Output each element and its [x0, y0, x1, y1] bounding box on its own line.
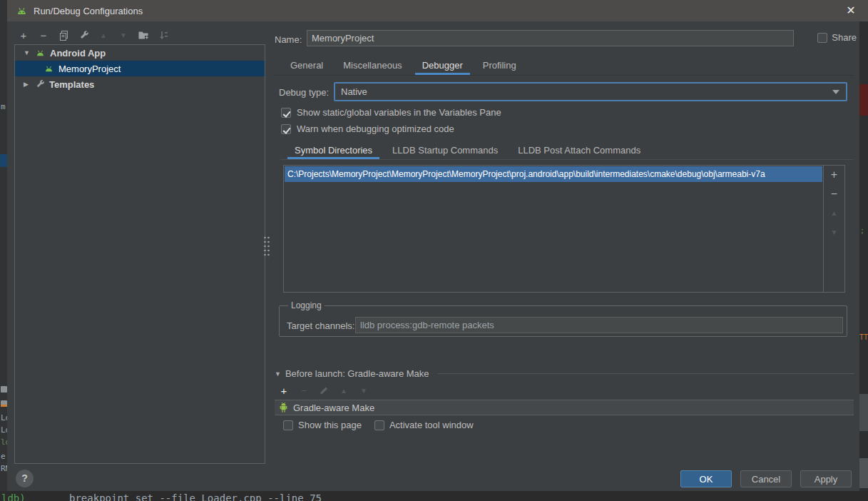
background-text-fragment: ld [1, 437, 7, 447]
tree-item-android-app[interactable]: ▼ Android App [15, 45, 265, 61]
subtab-lldb-post-attach-commands[interactable]: LLDB Post Attach Commands [511, 143, 648, 159]
gradle-aware-make-item[interactable]: Gradle-aware Make [275, 400, 854, 415]
help-button[interactable]: ? [16, 470, 34, 487]
move-task-up-icon[interactable]: ▲ [337, 384, 350, 397]
share-checkbox[interactable] [817, 33, 827, 43]
background-right-strip: ; TT [859, 21, 868, 491]
background-text-fragment: m [1, 102, 6, 111]
config-tabs: General Miscellaneous Debugger Profiling [275, 57, 854, 76]
symbol-directories-list: C:\Projects\MemoryProject\MemoryProject\… [283, 165, 845, 293]
wrench-icon [35, 79, 45, 89]
move-down-icon[interactable]: ▼ [117, 29, 130, 41]
tree-item-label: Templates [49, 79, 94, 90]
show-this-page-label: Show this page [298, 420, 362, 430]
subtab-lldb-startup-commands[interactable]: LLDB Startup Commands [385, 143, 505, 159]
background-red-fragment [859, 84, 868, 116]
background-text-fragment: e a [1, 452, 7, 461]
splitter-handle[interactable] [263, 236, 270, 258]
move-down-icon[interactable]: ▼ [828, 226, 841, 239]
background-text-fragment: TT [859, 333, 868, 341]
debugger-subtabs: Symbol Directories LLDB Startup Commands… [280, 143, 854, 160]
before-launch-title: Before launch: Gradle-aware Make [285, 368, 429, 379]
android-icon [35, 49, 46, 57]
create-folder-icon[interactable] [137, 29, 150, 41]
tab-debugger[interactable]: Debugger [415, 57, 470, 75]
configurations-toolbar: + − ▲ ▼ [14, 27, 170, 43]
list-side-buttons: + − ▲ ▼ [823, 166, 844, 292]
move-up-icon[interactable]: ▲ [97, 29, 110, 41]
before-launch-toolbar: + − ▲ ▼ [277, 384, 370, 397]
background-text-fragment: Lo [1, 413, 7, 422]
debug-type-select[interactable]: Native [334, 82, 847, 101]
divider [438, 373, 854, 374]
background-gray-fragment [859, 458, 868, 488]
dialog-titlebar: Run/Debug Configurations ✕ [7, 0, 868, 21]
show-static-variables-checkbox[interactable] [281, 108, 291, 118]
copy-configuration-icon[interactable] [57, 29, 70, 41]
tab-general[interactable]: General [283, 57, 330, 75]
background-text-fragment: RN [1, 464, 7, 473]
target-channels-input[interactable] [355, 317, 843, 333]
target-channels-label: Target channels: [287, 320, 354, 331]
background-left-strip: m Lo Lo ld e a RN [0, 0, 7, 491]
tree-item-templates[interactable]: ▶ Templates [15, 76, 265, 92]
background-green-fragment: ; [860, 227, 864, 235]
show-this-page-row[interactable]: Show this page [283, 420, 362, 430]
close-icon[interactable]: ✕ [844, 4, 858, 18]
warn-optimized-code-row[interactable]: Warn when debugging optimized code [281, 123, 454, 134]
show-this-page-checkbox[interactable] [283, 420, 293, 430]
apply-button[interactable]: Apply [800, 470, 852, 487]
background-gray-fragment [859, 394, 868, 431]
tab-miscellaneous[interactable]: Miscellaneous [336, 57, 409, 75]
background-selection-fragment [0, 154, 7, 167]
logging-legend: Logging [288, 300, 325, 310]
background-icon-fragment [1, 400, 7, 407]
before-launch-header[interactable]: ▼ Before launch: Gradle-aware Make [275, 368, 854, 379]
android-icon [16, 6, 28, 16]
lldb-prompt: ldb) [1, 492, 26, 501]
add-configuration-icon[interactable]: + [17, 29, 30, 41]
activate-tool-window-label: Activate tool window [389, 420, 474, 430]
warn-optimized-code-checkbox[interactable] [281, 124, 291, 134]
logging-group: Logging Target channels: [279, 300, 847, 337]
activate-tool-window-row[interactable]: Activate tool window [374, 420, 474, 430]
ok-button[interactable]: OK [680, 470, 732, 487]
add-directory-icon[interactable]: + [828, 168, 841, 181]
show-static-variables-label: Show static/global variables in the Vari… [297, 107, 501, 118]
chevron-right-icon[interactable]: ▶ [24, 81, 35, 88]
run-debug-configurations-dialog: Run/Debug Configurations ✕ + − ▲ ▼ [7, 0, 868, 491]
sort-alphabetically-icon[interactable] [157, 29, 170, 41]
tree-item-label: MemoryProject [58, 64, 121, 74]
chevron-down-icon[interactable]: ▼ [275, 370, 281, 378]
activate-tool-window-checkbox[interactable] [374, 420, 384, 430]
share-checkbox-row[interactable]: Share [817, 32, 857, 43]
chevron-down-icon [832, 90, 839, 94]
remove-configuration-icon[interactable]: − [37, 29, 50, 41]
subtab-symbol-directories[interactable]: Symbol Directories [287, 143, 379, 159]
dialog-title: Run/Debug Configurations [34, 6, 143, 16]
background-text-fragment: Lo [1, 425, 7, 435]
name-input[interactable] [307, 30, 794, 46]
add-task-icon[interactable]: + [277, 384, 290, 397]
debug-type-label: Debug type: [279, 87, 329, 98]
cancel-button[interactable]: Cancel [740, 470, 792, 487]
tab-profiling[interactable]: Profiling [476, 57, 524, 75]
android-icon [44, 65, 54, 73]
edit-task-pencil-icon[interactable] [317, 384, 330, 397]
remove-directory-icon[interactable]: − [828, 188, 841, 201]
android-robot-icon [279, 402, 288, 413]
background-icon-fragment [1, 386, 7, 393]
lldb-command-text: breakpoint set --file Loader.cpp --line … [69, 492, 322, 501]
before-launch-options: Show this page Activate tool window [283, 420, 474, 430]
configurations-tree: ▼ Android App MemoryProject [14, 44, 265, 464]
gradle-aware-make-label: Gradle-aware Make [293, 403, 374, 413]
tree-item-memoryproject[interactable]: MemoryProject [15, 61, 265, 76]
remove-task-icon[interactable]: − [297, 384, 310, 397]
move-up-icon[interactable]: ▲ [828, 207, 841, 220]
move-task-down-icon[interactable]: ▼ [357, 384, 370, 397]
symbol-directory-row[interactable]: C:\Projects\MemoryProject\MemoryProject\… [285, 166, 822, 182]
chevron-down-icon[interactable]: ▼ [24, 49, 35, 56]
show-static-variables-row[interactable]: Show static/global variables in the Vari… [281, 107, 501, 118]
edit-defaults-wrench-icon[interactable] [77, 29, 90, 41]
tree-item-label: Android App [50, 48, 106, 59]
